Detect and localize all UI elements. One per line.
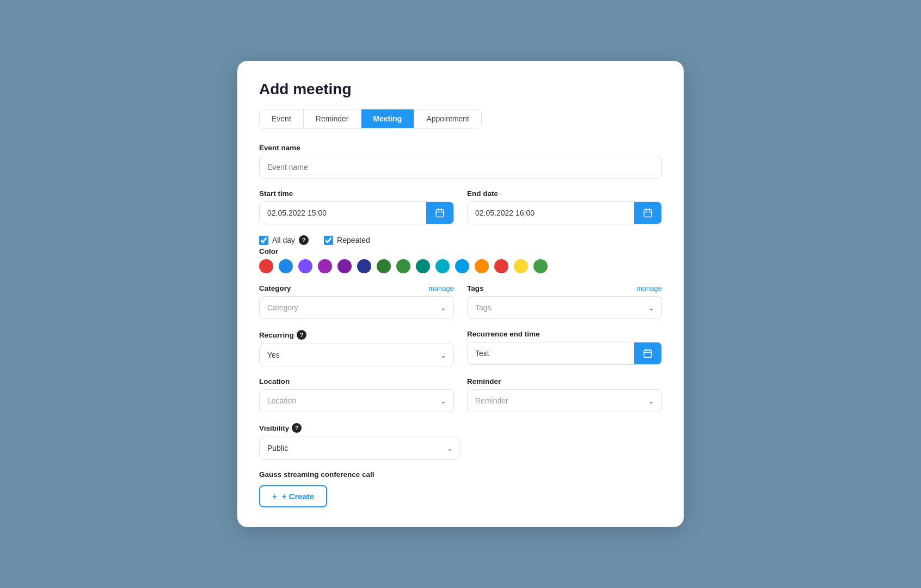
color-orange[interactable]: [475, 259, 489, 273]
color-green-dark[interactable]: [377, 259, 391, 273]
reminder-select[interactable]: Reminder: [467, 389, 662, 412]
colors-row: [259, 259, 662, 273]
tags-section: Tags manage ⌄: [467, 284, 662, 319]
recurring-row: Recurring ? Yes No ⌄ Recurrence end time: [259, 330, 662, 366]
start-time-label: Start time: [259, 189, 454, 198]
reminder-section: Reminder Reminder ⌄: [467, 377, 662, 412]
end-date-section: End date: [467, 189, 662, 224]
color-cyan[interactable]: [435, 259, 450, 273]
datetime-row: Start time End date: [259, 189, 662, 224]
start-time-input[interactable]: [260, 202, 426, 224]
color-purple-dark[interactable]: [337, 259, 352, 273]
location-section: Location Location ⌄: [259, 377, 454, 412]
color-purple[interactable]: [318, 259, 332, 273]
category-select[interactable]: [259, 296, 454, 319]
recurrence-end-time-label: Recurrence end time: [467, 330, 662, 338]
recurring-select-wrapper: Yes No ⌄: [259, 344, 454, 366]
visibility-select[interactable]: Public Private: [259, 437, 461, 460]
event-name-label: Event name: [259, 144, 662, 152]
color-section: Color: [259, 247, 662, 273]
tab-reminder[interactable]: Reminder: [304, 109, 361, 128]
recurring-section: Recurring ? Yes No ⌄: [259, 330, 454, 366]
svg-rect-4: [644, 210, 652, 217]
location-reminder-row: Location Location ⌄ Reminder Reminder ⌄: [259, 377, 662, 412]
repeated-checkbox-label[interactable]: Repeated: [324, 236, 370, 245]
recurrence-end-time-wrapper: [467, 342, 662, 365]
color-red-2[interactable]: [494, 259, 508, 273]
end-date-calendar-button[interactable]: [634, 202, 661, 224]
color-yellow[interactable]: [514, 259, 528, 273]
recurrence-calendar-button[interactable]: [634, 342, 661, 364]
visibility-section: Visibility ? Public Private ⌄: [259, 423, 662, 460]
location-select[interactable]: Location: [259, 389, 454, 412]
repeated-checkbox[interactable]: [324, 236, 333, 245]
recurring-help-icon: ?: [297, 330, 306, 340]
repeated-label-text: Repeated: [337, 236, 370, 244]
color-label: Color: [259, 247, 662, 255]
calendar-icon: [435, 208, 445, 218]
reminder-select-wrapper: Reminder ⌄: [467, 389, 662, 412]
color-green-2[interactable]: [533, 259, 548, 273]
create-button-label: + Create: [282, 492, 315, 501]
visibility-select-wrapper: Public Private ⌄: [259, 437, 461, 460]
tags-select[interactable]: [467, 296, 662, 319]
color-red[interactable]: [259, 259, 273, 273]
category-manage-link[interactable]: manage: [428, 284, 454, 292]
start-time-calendar-button[interactable]: [426, 202, 453, 224]
color-navy[interactable]: [357, 259, 371, 273]
recurring-label: Recurring ?: [259, 330, 454, 340]
tab-meeting[interactable]: Meeting: [361, 109, 415, 128]
create-button[interactable]: + + Create: [259, 485, 327, 507]
location-select-wrapper: Location ⌄: [259, 389, 454, 412]
tags-header: Tags manage: [467, 284, 662, 292]
visibility-label: Visibility ?: [259, 423, 662, 433]
all-day-help-icon: ?: [299, 235, 309, 245]
tags-manage-link[interactable]: manage: [636, 284, 662, 292]
end-date-wrapper: [467, 201, 662, 224]
recurrence-end-time-section: Recurrence end time: [467, 330, 662, 366]
tab-appointment[interactable]: Appointment: [414, 109, 481, 128]
tab-bar: Event Reminder Meeting Appointment: [259, 109, 482, 128]
start-time-section: Start time: [259, 189, 454, 224]
color-teal[interactable]: [416, 259, 430, 273]
gauss-label: Gauss streaming conference call: [259, 470, 662, 479]
gauss-section: Gauss streaming conference call + + Crea…: [259, 470, 662, 507]
category-label: Category: [259, 284, 291, 292]
svg-rect-0: [436, 210, 444, 217]
create-plus-icon: +: [272, 492, 277, 501]
checkboxes-row: All day ? Repeated: [259, 235, 662, 245]
location-label: Location: [259, 377, 454, 385]
end-date-input[interactable]: [468, 202, 634, 224]
color-purple-light[interactable]: [298, 259, 312, 273]
add-meeting-card: Add meeting Event Reminder Meeting Appoi…: [237, 61, 684, 527]
color-blue[interactable]: [279, 259, 293, 273]
category-header: Category manage: [259, 284, 454, 292]
calendar-icon: [643, 208, 653, 218]
end-date-label: End date: [467, 189, 662, 198]
tab-event[interactable]: Event: [260, 109, 304, 128]
color-light-blue[interactable]: [455, 259, 469, 273]
event-name-input[interactable]: [259, 156, 662, 179]
visibility-help-icon: ?: [292, 423, 302, 433]
recurring-select[interactable]: Yes No: [259, 344, 454, 366]
page-title: Add meeting: [259, 81, 662, 98]
tags-select-wrapper: ⌄: [467, 296, 662, 319]
start-time-wrapper: [259, 201, 454, 224]
category-section: Category manage ⌄: [259, 284, 454, 319]
all-day-label-text: All day: [272, 236, 295, 244]
calendar-icon: [643, 348, 653, 358]
all-day-checkbox-label[interactable]: All day ?: [259, 235, 309, 245]
recurrence-end-time-input[interactable]: [468, 342, 634, 364]
category-tags-row: Category manage ⌄ Tags manage ⌄: [259, 284, 662, 319]
tags-label: Tags: [467, 284, 484, 292]
category-select-wrapper: ⌄: [259, 296, 454, 319]
reminder-label: Reminder: [467, 377, 662, 385]
all-day-checkbox[interactable]: [259, 236, 268, 245]
color-green[interactable]: [396, 259, 410, 273]
event-name-section: Event name: [259, 144, 662, 179]
svg-rect-8: [644, 350, 652, 358]
